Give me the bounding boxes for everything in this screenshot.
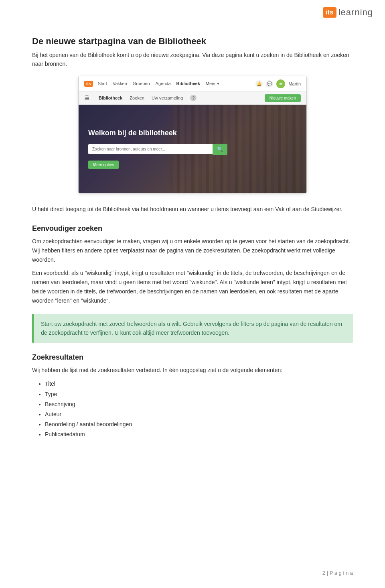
list-item: Publicatiedatum: [45, 429, 353, 439]
zoekresultaten-section: Zoekresultaten Wij hebben de lijst met d…: [32, 353, 353, 439]
page-title: De nieuwe startpagina van de Bibliotheek: [32, 36, 353, 47]
subnav-tab-zoeken: Zoeken: [130, 96, 144, 100]
mock-subnav-title: Bibliotheek: [99, 96, 122, 100]
page-number: 2 | P a g i n a: [322, 570, 353, 576]
chat-icon: 💬: [266, 80, 273, 87]
mock-subnav: 🏛 Bibliotheek Zoeken Uw verzameling ? Ni…: [79, 92, 306, 105]
search-button[interactable]: 🔍: [213, 144, 227, 155]
eenvoudiger-para1: Om zoekopdrachten eenvoudiger te maken, …: [32, 237, 353, 264]
page-footer: 2 | P a g i n a: [322, 570, 353, 576]
zoekresultaten-intro: Wij hebben de lijst met de zoekresultate…: [32, 366, 353, 375]
mock-hero: Welkom bij de bibliotheek 🔍 Meer opties: [79, 105, 306, 193]
tip-box: Start uw zoekopdracht met zoveel trefwoo…: [32, 314, 353, 343]
meer-opties-button[interactable]: Meer opties: [88, 161, 119, 169]
nav-bibliotheek-active: Bibliotheek: [176, 81, 200, 86]
zoekresultaten-heading: Zoekresultaten: [32, 353, 353, 362]
nav-vakken: Vakken: [113, 81, 127, 86]
nav-meer: Meer ▾: [206, 81, 219, 86]
nav-start: Start: [98, 81, 107, 86]
mock-navbar: its Start Vakken Groepen Agenda Biblioth…: [79, 76, 306, 92]
after-screenshot-text: U hebt direct toegang tot de Bibliotheek…: [32, 205, 353, 214]
nieuwe-maken-button[interactable]: Nieuwe maken: [265, 94, 301, 102]
list-item: Auteur: [45, 409, 353, 419]
user-avatar: M: [276, 79, 285, 88]
notification-bell-icon: 🔔: [255, 80, 263, 87]
learning-logo: learning: [338, 7, 373, 18]
list-item: Type: [45, 389, 353, 399]
logo-area: its learning: [323, 7, 373, 18]
user-name-label: Martin: [288, 81, 301, 86]
mock-nav-logo: its: [84, 81, 93, 87]
help-icon: ?: [190, 95, 197, 101]
nav-agenda: Agenda: [156, 81, 171, 86]
search-input[interactable]: [88, 144, 213, 154]
subnav-tab-verzameling: Uw verzameling: [152, 96, 183, 100]
tip-text: Start uw zoekopdracht met zoveel trefwoo…: [41, 319, 346, 338]
zoekresultaten-list: TitelTypeBeschrijvingAuteurBeoordeling /…: [45, 379, 353, 439]
list-item: Titel: [45, 379, 353, 389]
list-item: Beoordeling / aantal beoordelingen: [45, 419, 353, 429]
mock-nav-items: Start Vakken Groepen Agenda Bibliotheek …: [98, 81, 256, 86]
eenvoudiger-para2: Een voorbeeld: als u "wiskundig" intypt,…: [32, 269, 353, 305]
screenshot-mockup: its Start Vakken Groepen Agenda Biblioth…: [78, 76, 307, 193]
list-item: Beschrijving: [45, 399, 353, 409]
library-building-icon: 🏛: [84, 95, 90, 101]
eenvoudiger-heading: Eenvoudiger zoeken: [32, 224, 353, 233]
intro-paragraph: Bij het openen van de Bibliotheek komt u…: [32, 51, 353, 69]
search-bar: 🔍: [88, 144, 297, 155]
nav-groepen: Groepen: [133, 81, 150, 86]
page-container: De nieuwe startpagina van de Bibliotheek…: [0, 0, 385, 480]
eenvoudiger-section: Eenvoudiger zoeken Om zoekopdrachten een…: [32, 224, 353, 306]
hero-title: Welkom bij de bibliotheek: [88, 129, 297, 137]
its-logo: its: [323, 7, 336, 18]
mock-nav-right: 🔔 💬 M Martin: [255, 79, 301, 88]
